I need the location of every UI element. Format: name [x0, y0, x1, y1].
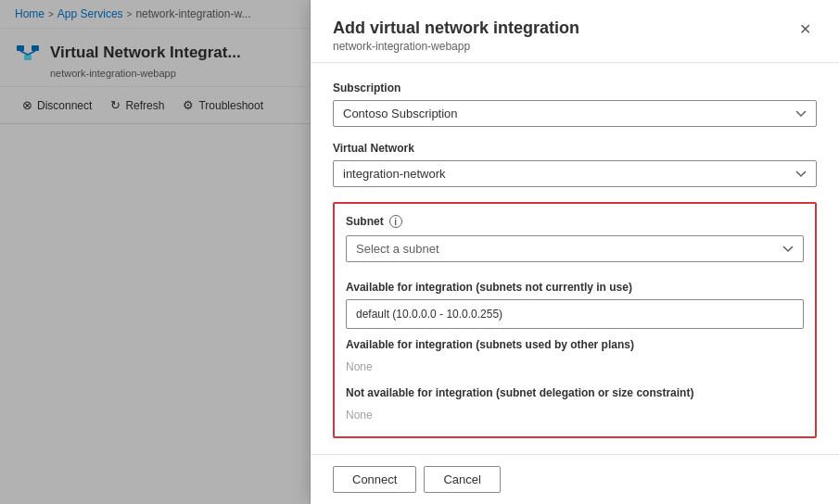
subnet-item-default[interactable]: default (10.0.0.0 - 10.0.0.255) [346, 299, 804, 329]
dialog-subtitle: network-integration-webapp [333, 40, 579, 53]
subscription-group: Subscription Contoso Subscription [333, 82, 817, 127]
vnet-select[interactable]: integration-network [333, 160, 817, 187]
dialog-footer: Connect Cancel [311, 454, 839, 504]
vnet-label: Virtual Network [333, 142, 817, 155]
subnet-none-2: None [346, 405, 804, 425]
dialog-header: Add virtual network integration network-… [311, 0, 839, 63]
dialog-title: Add virtual network integration [333, 19, 579, 38]
subnet-select[interactable]: Select a subnet [346, 235, 804, 262]
not-available-section-label: Not available for integration (subnet de… [346, 386, 804, 399]
subnet-none-1: None [346, 357, 804, 377]
subnet-label-text: Subnet [346, 215, 384, 228]
subnet-section: Subnet i Select a subnet Available for i… [333, 202, 817, 438]
subscription-select[interactable]: Contoso Subscription [333, 100, 817, 127]
available-section1-label: Available for integration (subnets not c… [346, 281, 804, 294]
vnet-group: Virtual Network integration-network [333, 142, 817, 187]
cancel-button[interactable]: Cancel [424, 466, 500, 493]
subnet-group: Subnet i Select a subnet Available for i… [333, 202, 817, 438]
connect-button[interactable]: Connect [333, 466, 416, 493]
dialog-close-button[interactable]: ✕ [794, 19, 817, 40]
dialog-panel: Add virtual network integration network-… [311, 0, 839, 504]
available-section2-label: Available for integration (subnets used … [346, 338, 804, 351]
dialog-body: Subscription Contoso Subscription Virtua… [311, 63, 839, 454]
subnet-info-icon[interactable]: i [389, 215, 402, 228]
subscription-label: Subscription [333, 82, 817, 94]
